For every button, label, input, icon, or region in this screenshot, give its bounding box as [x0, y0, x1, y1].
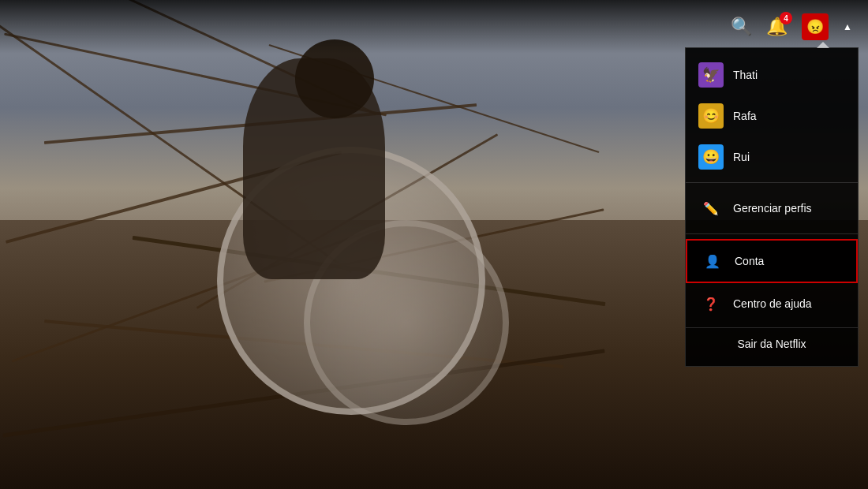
search-icon: 🔍	[731, 17, 752, 36]
account-item[interactable]: 👤 Conta	[686, 239, 858, 283]
manage-profiles-item[interactable]: ✏️ Gerenciar perfis	[686, 188, 858, 229]
profile-item-rafa[interactable]: 😊 Rafa	[686, 95, 858, 136]
divider-1	[686, 182, 858, 183]
avatar-rui: 😀	[698, 144, 724, 170]
account-icon: 👤	[700, 248, 725, 274]
help-center-label: Centro de ajuda	[733, 297, 812, 310]
account-label: Conta	[735, 255, 764, 267]
signout-label: Sair da Netflix	[737, 338, 806, 350]
rui-avatar-icon: 😀	[702, 148, 720, 166]
rafa-avatar-icon: 😊	[702, 107, 720, 125]
profile-dropdown: 🦅 Thati 😊 Rafa 😀 Rui ✏️ Gerenciar perfis…	[685, 47, 859, 367]
chevron-up-icon[interactable]: ▲	[843, 21, 852, 32]
signout-item[interactable]: Sair da Netflix	[686, 327, 858, 360]
avatar-rafa: 😊	[698, 103, 724, 129]
search-button[interactable]: 🔍	[731, 17, 752, 37]
profile-name-rui: Rui	[733, 151, 750, 163]
help-center-item[interactable]: ❓ Centro de ajuda	[686, 283, 858, 324]
profile-item-thati[interactable]: 🦅 Thati	[686, 54, 858, 95]
divider-2	[686, 233, 858, 234]
notifications-button[interactable]: 🔔 4	[766, 17, 788, 37]
avatar-thati: 🦅	[698, 62, 724, 88]
profile-avatar-top[interactable]: 😠	[802, 13, 829, 40]
topbar: 🔍 🔔 4 😠 ▲	[0, 0, 868, 54]
notification-badge: 4	[780, 12, 792, 24]
manage-profiles-label: Gerenciar perfis	[733, 202, 812, 215]
thati-avatar-icon: 🦅	[702, 66, 720, 84]
profile-item-rui[interactable]: 😀 Rui	[686, 136, 858, 177]
angry-face-icon: 😠	[806, 18, 824, 35]
profile-name-rafa: Rafa	[733, 110, 757, 122]
pencil-icon: ✏️	[698, 196, 724, 221]
profile-name-thati: Thati	[733, 69, 758, 81]
help-icon: ❓	[698, 291, 724, 316]
